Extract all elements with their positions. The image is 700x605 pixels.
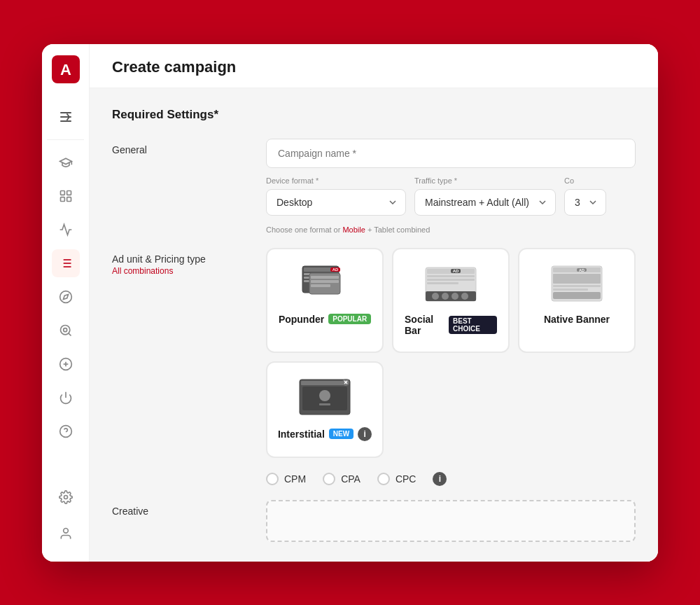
- svg-rect-4: [60, 197, 64, 201]
- interstitial-icon: [297, 377, 353, 419]
- svg-point-23: [64, 495, 67, 499]
- sidebar-item-power[interactable]: [52, 384, 80, 412]
- ad-unit-card-native-banner[interactable]: AD Native Banner: [518, 248, 636, 353]
- mobile-link[interactable]: Mobile: [342, 225, 365, 234]
- page-header: Create campaign: [90, 44, 658, 88]
- svg-rect-34: [311, 280, 339, 283]
- svg-text:A: A: [60, 61, 71, 78]
- svg-text:AD: AD: [332, 267, 339, 272]
- svg-rect-2: [60, 190, 64, 195]
- svg-marker-13: [63, 294, 68, 299]
- traffic-type-select[interactable]: Mainstream + Adult (All) Mainstream Adul…: [414, 189, 556, 216]
- svg-line-15: [68, 333, 71, 335]
- cpa-radio[interactable]: [323, 473, 335, 485]
- traffic-type-group: Traffic type * Mainstream + Adult (All) …: [414, 176, 556, 216]
- device-format-select[interactable]: Desktop Mobile Tablet: [266, 189, 406, 216]
- creative-label: Creative: [112, 500, 266, 542]
- svg-rect-55: [553, 292, 601, 299]
- sidebar-nav-toggle[interactable]: [52, 103, 80, 131]
- traffic-type-label: Traffic type *: [414, 176, 556, 185]
- main-content: Create campaign Required Settings* Gener…: [90, 44, 658, 562]
- svg-point-14: [60, 325, 69, 334]
- svg-text:AD: AD: [579, 268, 584, 272]
- svg-point-59: [319, 390, 330, 401]
- content-area: Required Settings* General Device format…: [90, 88, 658, 562]
- cpm-radio[interactable]: [266, 473, 279, 485]
- section-title-required: Required Settings*: [112, 108, 636, 122]
- popunder-name: Popunder POPULAR: [279, 314, 371, 325]
- svg-rect-35: [311, 284, 330, 287]
- sidebar-bottom: [52, 480, 80, 550]
- svg-rect-3: [66, 190, 71, 195]
- social-bar-icon: AD: [423, 263, 479, 305]
- sidebar-item-dashboard[interactable]: [52, 182, 80, 210]
- dropdowns-row: Device format * Desktop Mobile Tablet Tr…: [266, 176, 636, 216]
- creative-row: Creative: [112, 500, 636, 542]
- pricing-row: CPM CPA CPC i: [112, 472, 636, 486]
- ad-units-grid: AD Popunder POPULAR: [266, 248, 636, 458]
- svg-rect-54: [553, 288, 588, 291]
- country-group: Co 3: [564, 176, 606, 216]
- interstitial-name: Interstitial NEW i: [278, 427, 372, 441]
- device-format-hint: Choose one format or Mobile + Tablet com…: [266, 225, 636, 234]
- svg-point-44: [451, 293, 458, 300]
- popunder-badge: POPULAR: [328, 314, 371, 324]
- svg-rect-39: [427, 279, 475, 281]
- ad-unit-card-popunder[interactable]: AD Popunder POPULAR: [266, 248, 384, 353]
- svg-rect-5: [66, 197, 71, 201]
- sidebar-item-settings[interactable]: [52, 483, 80, 511]
- pricing-info-icon[interactable]: i: [433, 472, 447, 486]
- sidebar-item-courses[interactable]: [52, 148, 80, 176]
- sidebar-item-campaigns[interactable]: [52, 249, 80, 277]
- general-label: General: [112, 139, 266, 234]
- ad-unit-label: Ad unit & Pricing type All combinations: [112, 248, 266, 458]
- svg-rect-57: [301, 381, 349, 385]
- page-title: Create campaign: [112, 58, 636, 76]
- sidebar-item-profile[interactable]: [52, 520, 80, 548]
- svg-point-12: [59, 291, 71, 302]
- svg-text:AD: AD: [453, 269, 459, 273]
- native-banner-name: Native Banner: [544, 314, 610, 325]
- cpc-radio[interactable]: [377, 473, 390, 485]
- sidebar-item-analytics[interactable]: [52, 216, 80, 244]
- ad-unit-form-row: Ad unit & Pricing type All combinations: [112, 248, 636, 458]
- svg-point-45: [461, 293, 468, 300]
- ad-unit-controls: AD Popunder POPULAR: [266, 248, 636, 458]
- svg-point-42: [432, 293, 439, 300]
- general-form-row: General Device format * Desktop Mobile T…: [112, 139, 636, 234]
- campaign-name-input[interactable]: [266, 139, 636, 168]
- device-format-group: Device format * Desktop Mobile Tablet: [266, 176, 406, 216]
- country-label: Co: [564, 176, 606, 185]
- svg-rect-33: [311, 276, 339, 279]
- pricing-option-cpc[interactable]: CPC: [377, 473, 416, 485]
- interstitial-info-icon[interactable]: i: [358, 427, 372, 441]
- ad-unit-card-interstitial[interactable]: Interstitial NEW i: [266, 361, 384, 458]
- general-form-controls: Device format * Desktop Mobile Tablet Tr…: [266, 139, 636, 234]
- svg-rect-50: [553, 274, 601, 284]
- app-window: A: [42, 44, 658, 562]
- svg-rect-60: [319, 403, 330, 405]
- sidebar-divider-top: [47, 139, 85, 140]
- interstitial-badge: NEW: [329, 429, 354, 439]
- svg-rect-38: [427, 275, 475, 277]
- creative-placeholder: [266, 500, 636, 542]
- sidebar: A: [42, 44, 90, 562]
- country-select[interactable]: 3: [564, 189, 606, 216]
- app-logo[interactable]: A: [52, 55, 80, 83]
- sidebar-item-explore[interactable]: [52, 283, 80, 311]
- sidebar-item-billing[interactable]: [52, 350, 80, 378]
- svg-point-24: [63, 528, 68, 533]
- ad-unit-card-social-bar[interactable]: AD Social Bar BEST CHOICE: [392, 248, 510, 353]
- device-format-label: Device format *: [266, 176, 406, 185]
- sidebar-item-search[interactable]: [52, 317, 80, 345]
- social-bar-name: Social Bar BEST CHOICE: [405, 314, 497, 336]
- svg-point-16: [63, 328, 66, 331]
- svg-point-43: [442, 293, 449, 300]
- native-banner-icon: AD: [549, 263, 605, 305]
- pricing-option-cpa[interactable]: CPA: [323, 473, 360, 485]
- svg-rect-53: [553, 285, 601, 287]
- social-bar-badge: BEST CHOICE: [449, 316, 497, 334]
- pricing-option-cpm[interactable]: CPM: [266, 473, 306, 485]
- svg-rect-40: [427, 282, 458, 284]
- sidebar-item-help[interactable]: [52, 417, 80, 445]
